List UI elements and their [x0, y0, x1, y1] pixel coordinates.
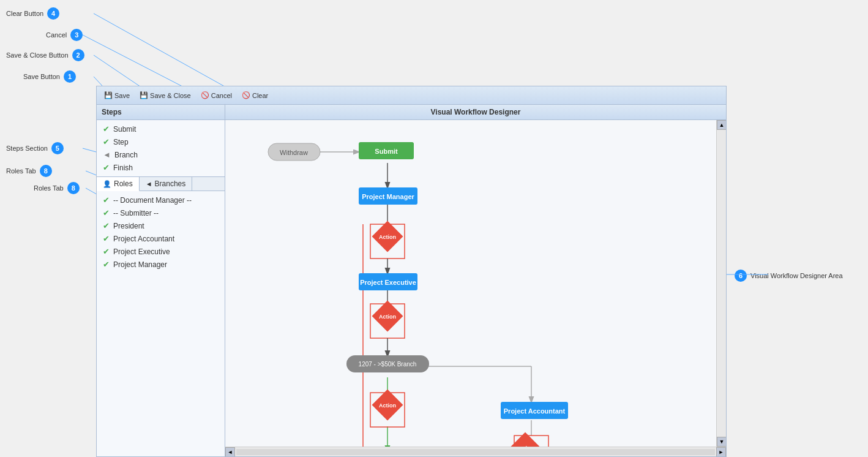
svg-text:Action: Action — [517, 445, 534, 447]
step-item-finish[interactable]: ✔ Finish — [97, 161, 225, 174]
role-item-project-executive[interactable]: ✔ Project Executive — [97, 245, 225, 258]
svg-line-0 — [94, 13, 239, 94]
save-close-icon: 💾 — [140, 91, 148, 100]
save-button[interactable]: 💾 Save — [100, 90, 133, 101]
annotation-1: Save Button 1 — [23, 70, 76, 83]
svg-line-4 — [83, 148, 96, 152]
annotation-3: Cancel 3 — [46, 29, 83, 41]
role-item-project-accountant[interactable]: ✔ Project Accountant — [97, 232, 225, 245]
svg-text:Project Accountant: Project Accountant — [504, 407, 566, 415]
tab-branches[interactable]: ◄ Branches — [140, 177, 193, 191]
check-icon-pres: ✔ — [103, 221, 110, 230]
roles-list: ✔ -- Document Manager -- ✔ -- Submitter … — [97, 191, 225, 456]
svg-text:Withdraw: Withdraw — [280, 149, 308, 156]
step-item-step[interactable]: ✔ Step — [97, 135, 225, 148]
role-item-submitter[interactable]: ✔ -- Submitter -- — [97, 206, 225, 219]
designer-header: Visual Workflow Designer — [225, 105, 726, 120]
cancel-icon: 🚫 — [201, 91, 209, 100]
annotation-5: Steps Section 5 — [6, 142, 64, 154]
roles-tab-icon: 👤 — [103, 180, 111, 188]
annotation-4: Clear Button 4 — [6, 7, 59, 20]
annotation-2: Save & Close Button 2 — [6, 49, 84, 61]
svg-text:Action: Action — [379, 314, 396, 320]
tabs-row: 👤 Roles ◄ Branches — [97, 176, 225, 191]
scrollbar-h: ◄ ► — [225, 447, 726, 456]
annotation-8: Roles Tab 8 — [34, 182, 80, 194]
branches-tab-icon: ◄ — [146, 180, 152, 187]
designer-canvas[interactable]: Withdraw Submit Project Manager Action P… — [225, 120, 726, 447]
scroll-left-button[interactable]: ◄ — [225, 447, 235, 457]
check-icon-finish: ✔ — [103, 163, 110, 172]
role-item-doc-manager[interactable]: ✔ -- Document Manager -- — [97, 194, 225, 206]
branch-icon: ◄ — [103, 150, 111, 159]
body-area: Steps ✔ Submit ✔ Step ◄ Branch — [97, 105, 726, 456]
toolbar: 💾 Save 💾 Save & Close 🚫 Cancel 🚫 Clear — [97, 86, 726, 105]
steps-list: ✔ Submit ✔ Step ◄ Branch ✔ Finish — [97, 120, 225, 176]
check-icon-pe: ✔ — [103, 247, 110, 256]
scroll-track-h — [236, 449, 715, 455]
scroll-right-button[interactable]: ► — [716, 447, 726, 457]
step-item-submit[interactable]: ✔ Submit — [97, 123, 225, 135]
designer-area: Visual Workflow Designer — [225, 105, 726, 456]
left-panel: Steps ✔ Submit ✔ Step ◄ Branch — [97, 105, 225, 456]
workflow-svg: Withdraw Submit Project Manager Action P… — [225, 120, 726, 447]
save-close-button[interactable]: 💾 Save & Close — [136, 90, 195, 101]
clear-button[interactable]: 🚫 Clear — [238, 90, 272, 101]
svg-text:Submit: Submit — [375, 148, 398, 155]
svg-text:Action: Action — [379, 402, 396, 409]
check-icon: ✔ — [103, 124, 110, 134]
step-item-branch[interactable]: ◄ Branch — [97, 148, 225, 161]
svg-text:1207 - >$50K Branch: 1207 - >$50K Branch — [359, 361, 417, 368]
svg-text:Project Manager: Project Manager — [362, 193, 414, 200]
tab-roles[interactable]: 👤 Roles — [97, 177, 140, 191]
cancel-button[interactable]: 🚫 Cancel — [197, 90, 236, 101]
main-ui: 💾 Save 💾 Save & Close 🚫 Cancel 🚫 Clear S… — [96, 86, 727, 457]
check-icon-step: ✔ — [103, 137, 110, 146]
scroll-up-button[interactable]: ▲ — [717, 120, 726, 130]
role-item-project-manager[interactable]: ✔ Project Manager — [97, 258, 225, 271]
steps-header: Steps — [97, 105, 225, 120]
svg-text:Project Executive: Project Executive — [360, 279, 416, 286]
scroll-area-v: ▲ ▼ — [716, 120, 726, 447]
check-icon-pa: ✔ — [103, 234, 110, 243]
svg-text:Action: Action — [379, 234, 396, 240]
annotation-layer: Clear Button 4 Cancel 3 Save & Close But… — [0, 0, 868, 457]
annotation-6: 6 Visual Workflow Designer Area — [735, 270, 843, 282]
check-icon-dm: ✔ — [103, 195, 110, 205]
check-icon-pm: ✔ — [103, 260, 110, 269]
check-icon-sub: ✔ — [103, 208, 110, 217]
scroll-down-button[interactable]: ▼ — [717, 437, 726, 447]
save-icon: 💾 — [104, 91, 113, 100]
clear-icon: 🚫 — [242, 91, 250, 100]
role-item-president[interactable]: ✔ President — [97, 219, 225, 232]
annotation-7: Roles Tab 8 — [6, 165, 52, 177]
